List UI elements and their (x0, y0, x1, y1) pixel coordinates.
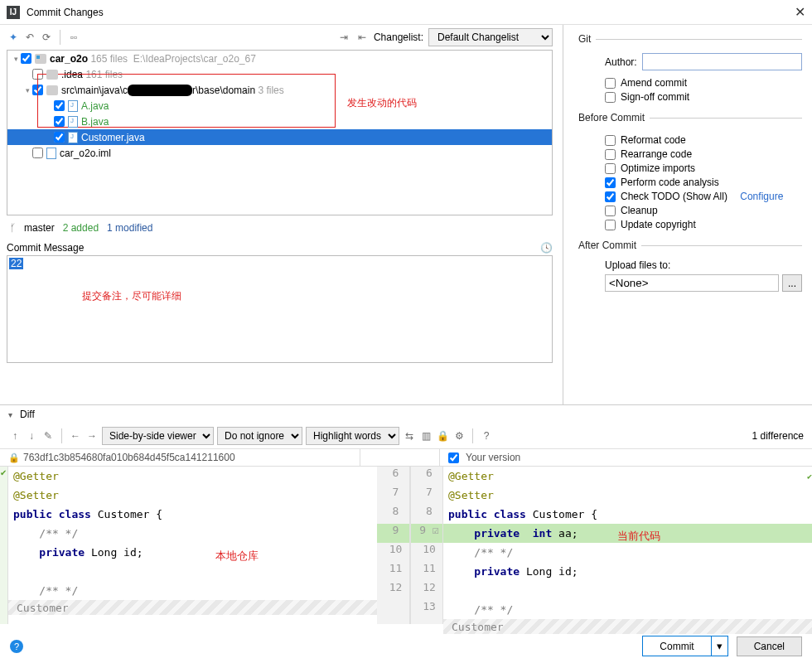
viewer-select[interactable]: Side-by-side viewer (102, 427, 214, 445)
chevron-down-icon[interactable]: ▾ (8, 410, 20, 419)
amend-checkbox[interactable] (605, 78, 616, 89)
prev-diff-icon[interactable]: ↑ (8, 429, 22, 443)
fold-indicator[interactable]: Customer (8, 600, 377, 615)
commit-dropdown[interactable]: ▾ (712, 636, 728, 656)
status-added: 2 added (63, 222, 99, 234)
rearrange-checkbox[interactable] (605, 149, 616, 160)
optimize-checkbox[interactable] (605, 163, 616, 174)
ignore-select[interactable]: Do not ignore (217, 427, 302, 445)
left-code-pane[interactable]: @Getter @Setter public class Customer { … (8, 467, 377, 624)
before-legend: Before Commit (578, 112, 650, 123)
gear-icon[interactable]: ⚙ (452, 429, 466, 443)
status-modified: 1 modified (107, 222, 152, 234)
lock-icon[interactable]: 🔒 (436, 429, 449, 443)
left-revision: 763df1c3b854680fa010b684d45f5ca141211600 (23, 452, 235, 463)
after-legend: After Commit (578, 240, 641, 251)
group-icon[interactable]: ▫▫ (67, 31, 80, 44)
analysis-checkbox[interactable] (605, 177, 616, 188)
diff-label: Diff (20, 409, 35, 420)
your-version-checkbox[interactable] (448, 452, 459, 463)
copyright-checkbox[interactable] (605, 220, 616, 230)
author-input[interactable] (642, 53, 802, 70)
signoff-checkbox[interactable] (605, 92, 616, 103)
history-icon[interactable]: 🕓 (540, 242, 553, 254)
reformat-checkbox[interactable] (605, 135, 616, 146)
refresh-icon[interactable]: ✦ (7, 31, 20, 44)
edit-icon[interactable]: ✎ (41, 429, 55, 443)
todo-checkbox[interactable] (605, 191, 616, 202)
upload-more-button[interactable]: ... (782, 274, 802, 292)
arrow-right-icon[interactable]: → (85, 429, 99, 443)
upload-label: Upload files to: (605, 259, 802, 271)
next-diff-icon[interactable]: ↓ (25, 429, 38, 443)
upload-select[interactable] (605, 274, 779, 292)
branch-icon: ᚶ (10, 222, 16, 234)
annotation-commit-note: 提交备注，尽可能详细 (82, 289, 181, 303)
annotation-local-repo: 本地仓库 (215, 546, 259, 565)
changelist-label: Changelist: (374, 31, 423, 43)
tree-iml[interactable]: car_o2o.iml (7, 145, 552, 161)
annotation-changed: 发生改动的代码 (347, 96, 417, 110)
app-icon: IJ (7, 6, 20, 19)
git-legend: Git (578, 33, 596, 45)
cleanup-checkbox[interactable] (605, 206, 616, 216)
commit-button[interactable]: Commit (642, 636, 711, 656)
lock-small-icon: 🔒 (8, 452, 20, 463)
help-icon[interactable]: ? (10, 640, 23, 653)
arrow-left-icon[interactable]: ← (69, 429, 82, 443)
revert-icon[interactable]: ⟳ (40, 31, 53, 44)
branch-name: master (24, 222, 55, 234)
highlight-select[interactable]: Highlight words (306, 427, 399, 445)
configure-link[interactable]: Configure (740, 191, 783, 202)
changelist-select[interactable]: Default Changelist (428, 28, 553, 46)
close-icon[interactable]: ✕ (795, 4, 805, 20)
undo-icon[interactable]: ↶ (23, 31, 36, 44)
commit-message-input[interactable]: 22 提交备注，尽可能详细 (7, 255, 553, 363)
expand-icon[interactable]: ⇥ (337, 31, 350, 44)
tree-file-customer[interactable]: Customer.java (7, 129, 552, 145)
changes-tree[interactable]: ▾car_o2o 165 files E:\IdeaProjects\car_o… (7, 50, 553, 215)
help-diff-icon[interactable]: ? (480, 429, 493, 443)
commit-message-label: Commit Message (7, 242, 84, 254)
diff-count: 1 difference (752, 430, 805, 442)
tree-root[interactable]: ▾car_o2o 165 files E:\IdeaProjects\car_o… (7, 51, 552, 66)
sync-scroll-icon[interactable]: ▥ (419, 429, 433, 443)
window-title: Commit Changes (27, 7, 104, 18)
collapse-icon[interactable]: ⇤ (355, 31, 369, 44)
right-label: Your version (466, 452, 520, 463)
right-code-pane[interactable]: @Getter @Setter public class Customer { … (443, 467, 812, 624)
collapse-diff-icon[interactable]: ⇆ (403, 429, 416, 443)
cancel-button[interactable]: Cancel (737, 636, 802, 656)
author-label: Author: (605, 56, 637, 68)
annotation-current-code: 当前代码 (617, 526, 660, 545)
